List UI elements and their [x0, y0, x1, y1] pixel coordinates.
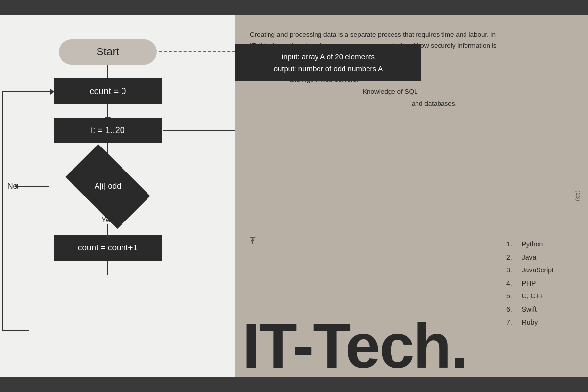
lang-java: Java [522, 251, 554, 264]
description-line4: and databases. [412, 98, 559, 110]
loop-section: count = 0 i: = 1..20 A[i] odd [54, 78, 162, 275]
info-line1: input: array A of 20 elements [247, 51, 410, 63]
list-item: 1.2.3.4.5.6.7. Python Java JavaScript PH… [506, 238, 554, 329]
start-node: Start [59, 39, 157, 65]
condition-node: A[i] odd No [54, 157, 162, 216]
loop-entry-line [29, 91, 54, 92]
description-line3: Knowledge of SQL [363, 86, 559, 98]
count-init-box: count = 0 [54, 78, 162, 104]
lang-python: Python [522, 238, 554, 251]
no-arrow-head [14, 183, 18, 189]
loop-bracket [2, 91, 29, 331]
condition-label: A[i] odd [95, 182, 121, 191]
languages-list: 1.2.3.4.5.6.7. Python Java JavaScript PH… [506, 238, 554, 329]
left-panel: input: array A of 20 elements output: nu… [0, 15, 235, 377]
count-update-box: count = count+1 [54, 235, 162, 261]
hash-icon: ₮ [250, 235, 255, 246]
list-numbers: 1.2.3.4.5.6.7. [506, 238, 512, 329]
lang-php: PHP [522, 277, 554, 290]
info-line2: output: number of odd numbers A [247, 63, 410, 74]
lang-c: C, C++ [522, 290, 554, 303]
bottom-line [107, 261, 108, 275]
big-title: IT-Tech. [243, 315, 467, 377]
lang-swift: Swift [522, 303, 554, 316]
loop-var-box: i: = 1..20 [54, 118, 162, 143]
lang-javascript: JavaScript [522, 264, 554, 277]
arrow1 [107, 65, 108, 78]
info-box: input: array A of 20 elements output: nu… [235, 44, 421, 81]
loop-var-label: i: = 1..20 [91, 125, 125, 136]
no-arrow-line [15, 186, 49, 187]
side-number: (23) [575, 190, 581, 202]
flowchart: Start count = 0 [54, 39, 162, 275]
loop-entry-arrow [50, 89, 54, 95]
start-label: Start [97, 46, 119, 58]
lang-ruby: Ruby [522, 316, 554, 329]
loop-var-wrapper: i: = 1..20 [54, 118, 162, 143]
arrow4-head [105, 235, 111, 239]
arrow4 [107, 224, 108, 235]
count-update-label: count = count+1 [78, 243, 138, 253]
arrow2 [107, 104, 108, 118]
count-init-label: count = 0 [90, 86, 126, 97]
list-labels: Python Java JavaScript PHP C, C++ Swift … [522, 238, 554, 329]
